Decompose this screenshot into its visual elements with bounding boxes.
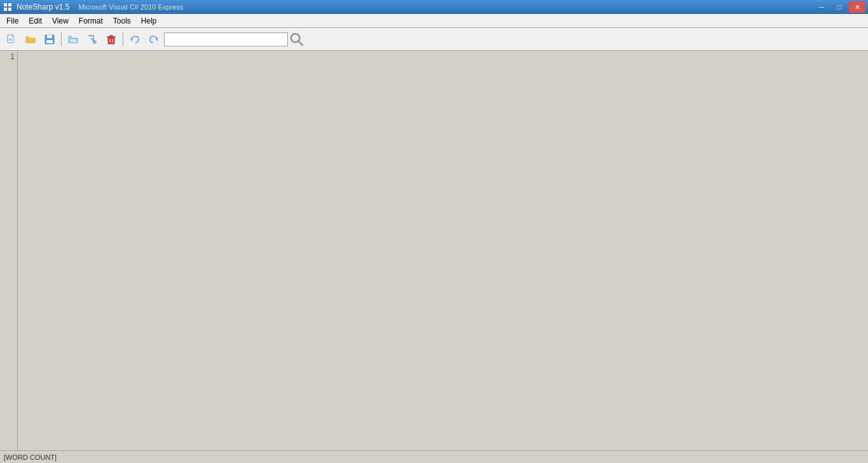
document-title: Microsoft Visual C# 2010 Express [78, 3, 183, 11]
search-button[interactable] [289, 32, 304, 47]
redo-icon [149, 34, 159, 45]
menu-file[interactable]: File [1, 15, 24, 27]
search-icon [289, 32, 304, 47]
title-text: NoteSharp v1.5 [17, 3, 69, 11]
menu-edit[interactable]: Edit [24, 15, 47, 27]
new-file-icon [6, 34, 17, 45]
svg-rect-8 [47, 35, 52, 38]
title-bar-left: NoteSharp v1.5 Microsoft Visual C# 2010 … [3, 2, 183, 12]
menu-help[interactable]: Help [136, 15, 162, 27]
svg-rect-1 [8, 3, 11, 6]
svg-rect-9 [46, 40, 53, 43]
svg-rect-0 [4, 3, 7, 6]
undo-button[interactable] [126, 31, 144, 48]
word-count: [WORD COUNT] [4, 453, 57, 461]
redo-button[interactable] [145, 31, 163, 48]
menu-bar: File Edit View Format Tools Help [0, 14, 868, 28]
editor[interactable] [18, 51, 868, 450]
main-area: 1 [0, 51, 868, 450]
move-button[interactable] [83, 31, 101, 48]
move-icon [87, 34, 97, 45]
svg-line-14 [299, 41, 302, 45]
maximize-button[interactable]: □ [831, 1, 848, 13]
open-icon [25, 34, 36, 45]
minimize-button[interactable]: ─ [813, 1, 830, 13]
delete-button[interactable] [102, 31, 120, 48]
line-numbers: 1 [0, 51, 18, 450]
separator-1 [61, 32, 62, 46]
open-button[interactable] [22, 31, 39, 48]
close-button[interactable]: ✕ [849, 1, 865, 13]
open-folder-button[interactable] [64, 31, 82, 48]
new-button[interactable] [3, 31, 20, 48]
svg-rect-2 [4, 8, 7, 11]
search-input[interactable] [164, 32, 288, 46]
save-button[interactable] [41, 31, 58, 48]
menu-view[interactable]: View [47, 15, 74, 27]
open-folder-icon [68, 34, 78, 45]
status-bar: [WORD COUNT] [0, 450, 868, 463]
save-icon [44, 34, 55, 45]
line-number: 1 [10, 52, 15, 61]
title-bar: NoteSharp v1.5 Microsoft Visual C# 2010 … [0, 0, 868, 14]
menu-tools[interactable]: Tools [108, 15, 136, 27]
delete-icon [106, 34, 116, 45]
menu-format[interactable]: Format [74, 15, 108, 27]
title-bar-controls: ─ □ ✕ [813, 1, 865, 13]
separator-2 [123, 32, 123, 46]
undo-icon [130, 34, 140, 45]
svg-rect-10 [108, 38, 114, 44]
toolbar [0, 28, 868, 51]
app-icon [3, 2, 13, 12]
svg-rect-3 [8, 8, 11, 11]
